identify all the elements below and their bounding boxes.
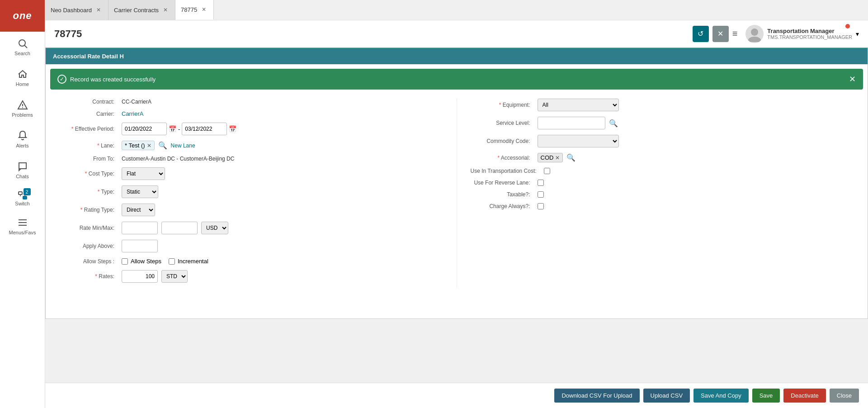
lane-row: Lane: * Test () ✕ 🔍 New Lane [55,141,443,150]
type-label: Type: [55,189,118,195]
allow-steps-checkbox[interactable] [122,258,128,265]
allow-steps-label: Allow Steps : [55,258,118,265]
apply-above-input[interactable] [122,240,158,252]
switch-badge: 2 [24,188,31,195]
lane-search-button[interactable]: 🔍 [158,141,167,150]
from-to-label: From To: [55,156,118,162]
commodity-code-row: Commodity Code: [471,135,859,147]
banner-close-button[interactable]: ✕ [849,74,856,84]
avatar [745,25,764,43]
rating-type-row: Rating Type: Direct Indirect [55,204,443,216]
form-right: Equipment: All Truck Rail Air Service Le… [457,99,859,288]
sidebar-item-problems[interactable]: Problems [0,93,45,124]
contract-row: Contract: CC-CarrierA [55,99,443,105]
carrier-row: Carrier: CarrierA [55,110,443,117]
close-button[interactable]: Close [830,389,859,403]
sidebar-chats-label: Chats [16,174,29,179]
refresh-button[interactable]: ↺ [693,26,709,42]
equipment-select[interactable]: All Truck Rail Air [538,99,619,111]
allow-steps-text: Allow Steps [131,258,161,265]
calendar-to-icon[interactable]: 📅 [229,125,236,133]
sidebar-item-alerts[interactable]: Alerts [0,124,45,155]
charge-always-row: Charge Always?: [471,203,859,209]
carrier-link[interactable]: CarrierA [122,110,143,117]
type-select[interactable]: Static Dynamic [122,185,158,198]
sidebar-alerts-label: Alerts [16,143,28,148]
close-tab-button[interactable]: ✕ [712,26,729,42]
svg-line-1 [24,46,27,48]
rate-max-input[interactable] [161,222,198,234]
service-level-search[interactable]: 🔍 [609,119,618,128]
download-csv-button[interactable]: Download CSV For Upload [554,389,639,403]
logo: one [0,0,45,32]
cost-type-select[interactable]: Flat Per Unit Percentage [122,167,165,180]
equipment-label: Equipment: [471,102,534,108]
new-lane-link[interactable]: New Lane [171,142,195,149]
charge-always-checkbox[interactable] [538,203,544,209]
charge-always-label: Charge Always?: [471,203,534,209]
taxable-checkbox[interactable] [538,191,544,198]
rates-row: Rates: STD FLT [55,270,443,283]
effective-to-input[interactable] [182,123,227,135]
incremental-text: Incremental [178,258,208,265]
rates-unit-select[interactable]: STD FLT [161,270,188,283]
accessorial-search-button[interactable]: 🔍 [566,153,576,162]
svg-point-9 [751,28,758,36]
sidebar-item-menus[interactable]: Menus/Favs [0,211,45,242]
bell-icon [17,130,28,141]
allow-steps-row: Allow Steps : Allow Steps Incremental [55,258,443,265]
rating-type-select[interactable]: Direct Indirect [122,204,155,216]
sidebar-item-search[interactable]: Search [0,32,45,62]
incremental-checkbox[interactable] [169,258,175,265]
rates-input[interactable] [122,270,158,283]
commodity-code-select[interactable] [538,135,619,147]
lane-tag-remove[interactable]: ✕ [147,142,151,149]
user-name: Transportation Manager [767,28,852,34]
effective-period-inputs: 📅 - 📅 [122,123,236,135]
use-for-reverse-checkbox[interactable] [538,180,544,186]
use-in-transport-row: Use In Transportation Cost: [471,168,859,174]
tab-78775-close[interactable]: ✕ [200,5,208,14]
search-icon [17,38,28,49]
tab-carrier-contracts[interactable]: Carrier Contracts ✕ [108,0,175,20]
header-actions: ↺ ✕ [693,26,729,42]
user-dropdown-button[interactable]: ▾ [856,30,859,38]
apply-above-row: Apply Above: [55,240,443,252]
calendar-from-icon[interactable]: 📅 [169,125,176,133]
form-panel-header: Accessorial Rate Detail H [46,48,868,64]
tab-neo-dashboard-label: Neo Dashboard [51,7,92,14]
success-banner: ✓ Record was created successfully ✕ [50,69,863,90]
save-button[interactable]: Save [752,389,780,403]
content-scroll-area: Accessorial Rate Detail H ✓ Record was c… [45,47,868,383]
tab-carrier-contracts-close[interactable]: ✕ [161,6,170,14]
taxable-label: Taxable?: [471,191,534,198]
upload-csv-button[interactable]: Upload CSV [643,389,690,403]
tab-neo-dashboard-close[interactable]: ✕ [94,6,103,14]
deactivate-button[interactable]: Deactivate [783,389,826,403]
rate-min-max-label: Rate Min/Max: [55,225,118,231]
switch-icon-container: 2 [17,190,28,201]
rate-min-input[interactable] [122,222,158,234]
use-in-transport-checkbox[interactable] [544,168,550,174]
tab-neo-dashboard[interactable]: Neo Dashboard ✕ [45,0,108,20]
success-banner-text: ✓ Record was created successfully [57,75,156,84]
tab-78775[interactable]: 78775 ✕ [175,0,214,20]
sidebar-item-switch[interactable]: 2 Switch [0,185,45,211]
service-level-input[interactable] [538,117,605,129]
hamburger-menu-button[interactable]: ≡ [732,28,738,39]
svg-point-0 [19,40,25,46]
lane-tag-text: * Test () [125,142,145,149]
accessorial-row: Accessorial: COD ✕ 🔍 [471,153,859,162]
sidebar-item-home[interactable]: Home [0,62,45,93]
allow-steps-group: Allow Steps Incremental [122,258,208,265]
save-and-copy-button[interactable]: Save And Copy [693,389,749,403]
form-panel: Accessorial Rate Detail H ✓ Record was c… [45,47,868,319]
apply-above-label: Apply Above: [55,243,118,249]
tab-carrier-contracts-label: Carrier Contracts [114,7,159,14]
service-level-label: Service Level: [471,120,534,126]
effective-from-input[interactable] [122,123,167,135]
currency-select[interactable]: USD EUR GBP [201,222,228,234]
accessorial-tag-remove[interactable]: ✕ [555,155,560,161]
effective-period-label: Effective Period: [55,126,118,132]
sidebar-item-chats[interactable]: Chats [0,155,45,185]
